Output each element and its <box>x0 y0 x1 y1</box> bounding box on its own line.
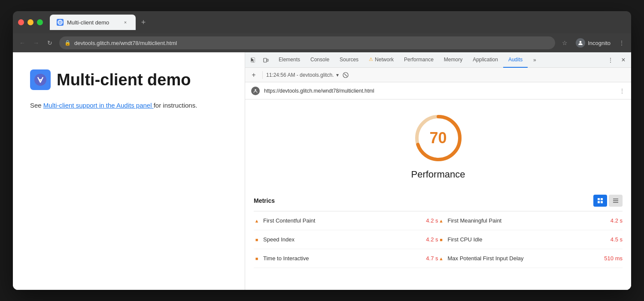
metric-value: 4.2 s <box>426 217 438 224</box>
page-title: Multi-client demo <box>57 71 191 89</box>
tab-elements[interactable]: Elements <box>273 52 305 68</box>
metric-row: Time to Interactive 4.7 s <box>254 249 438 268</box>
metric-row: Max Potential First Input Delay 510 ms <box>438 249 623 268</box>
metrics-header: Metrics <box>254 189 623 211</box>
page-logo <box>30 69 51 90</box>
toolbar-clear-button[interactable] <box>341 71 350 79</box>
tab-network[interactable]: ⚠ Network <box>364 52 399 68</box>
toolbar-divider <box>262 71 263 79</box>
svg-rect-16 <box>601 201 603 203</box>
devtools-action-buttons: ⋮ × <box>605 54 629 66</box>
lock-icon: 🔒 <box>64 40 71 46</box>
metric-name: First CPU Idle <box>448 236 607 243</box>
network-warning-icon: ⚠ <box>369 57 373 62</box>
forward-button[interactable]: → <box>30 37 42 49</box>
maximize-traffic-light[interactable] <box>37 19 43 25</box>
metric-name: Max Potential First Input Delay <box>448 255 601 262</box>
tab-bar: Multi-client demo × + <box>50 15 626 30</box>
page-header: Multi-client demo <box>30 69 228 90</box>
close-traffic-light[interactable] <box>18 19 24 25</box>
tab-memory[interactable]: Memory <box>439 52 468 68</box>
svg-rect-7 <box>267 59 268 61</box>
metric-value: 510 ms <box>604 255 623 262</box>
score-label: Performance <box>411 169 465 180</box>
address-text: devtools.glitch.me/wndt78/multiclient.ht… <box>74 40 550 46</box>
browser-actions: ☆ Incognito ⋮ <box>559 37 628 49</box>
tabs-overflow-button[interactable]: » <box>529 54 541 66</box>
metric-value: 4.2 s <box>611 217 623 224</box>
score-circle: 70 <box>413 112 464 164</box>
metric-icon <box>254 218 260 224</box>
metric-row: First Contentful Paint 4.2 s <box>254 211 438 230</box>
main-content: Multi-client demo See Multi-client suppo… <box>13 52 631 290</box>
browser-window: Multi-client demo × + ← → ↻ 🔒 devtools.g… <box>13 11 631 290</box>
tab-performance[interactable]: Performance <box>399 52 439 68</box>
tab-application[interactable]: Application <box>468 52 503 68</box>
metric-row: First CPU Idle 4.5 s <box>438 230 623 249</box>
devtools-toolbar: + 11:24:56 AM - devtools.glitch. ▾ <box>245 68 631 82</box>
metric-value: 4.5 s <box>611 236 623 243</box>
back-button[interactable]: ← <box>16 37 28 49</box>
metric-name: Speed Index <box>263 236 422 243</box>
tab-console[interactable]: Console <box>305 52 334 68</box>
profile-icon <box>576 38 585 48</box>
list-view-button[interactable] <box>609 195 623 207</box>
browser-more-button[interactable]: ⋮ <box>616 37 628 49</box>
page-link[interactable]: Multi-client support in the Audits panel <box>43 102 154 109</box>
svg-rect-6 <box>264 58 267 62</box>
metric-icon <box>438 237 444 243</box>
audit-url-bar: https://devtools.glitch.me/wndt78/multic… <box>245 82 631 99</box>
toolbar-timestamp: 11:24:56 AM - devtools.glitch. <box>266 72 334 78</box>
metric-name: First Meaningful Paint <box>448 217 607 224</box>
grid-view-button[interactable] <box>593 195 607 207</box>
audit-more-button[interactable]: ⋮ <box>619 87 625 94</box>
metric-icon <box>438 218 444 224</box>
metric-name: First Contentful Paint <box>263 217 422 224</box>
traffic-lights <box>18 19 43 25</box>
score-number: 70 <box>429 129 447 147</box>
metric-icon <box>438 256 444 262</box>
score-area: 70 Performance <box>245 99 631 189</box>
metric-row: Speed Index 4.2 s <box>254 230 438 249</box>
devtools-more-button[interactable]: ⋮ <box>605 54 617 66</box>
tab-audits[interactable]: Audits <box>503 52 528 68</box>
profile-button[interactable]: Incognito <box>572 37 614 49</box>
bookmark-button[interactable]: ☆ <box>559 37 571 49</box>
tab-favicon <box>57 19 64 26</box>
tab-close-button[interactable]: × <box>122 19 129 26</box>
metrics-grid: First Contentful Paint 4.2 s First Meani… <box>254 211 623 268</box>
svg-point-10 <box>255 89 256 90</box>
view-toggle <box>593 195 623 207</box>
metric-value: 4.7 s <box>426 255 438 262</box>
metric-row: First Meaningful Paint 4.2 s <box>438 211 623 230</box>
metrics-section: Metrics <box>245 189 631 290</box>
address-input[interactable]: 🔒 devtools.glitch.me/wndt78/multiclient.… <box>59 36 555 49</box>
minimize-traffic-light[interactable] <box>27 19 33 25</box>
browser-tab[interactable]: Multi-client demo × <box>50 15 136 30</box>
metric-icon <box>254 256 260 262</box>
toolbar-add-button[interactable]: + <box>249 70 259 80</box>
tab-title: Multi-client demo <box>67 19 109 26</box>
cursor-tool-button[interactable] <box>247 54 259 66</box>
svg-point-3 <box>580 41 582 43</box>
metric-icon <box>254 237 260 243</box>
refresh-button[interactable]: ↻ <box>44 37 56 49</box>
devtools-panel: Elements Console Sources ⚠ Network Perfo… <box>245 52 631 290</box>
page-area: Multi-client demo See Multi-client suppo… <box>13 52 245 290</box>
devtools-tabs: Elements Console Sources ⚠ Network Perfo… <box>245 52 631 68</box>
tab-sources[interactable]: Sources <box>334 52 364 68</box>
metrics-title: Metrics <box>254 197 593 204</box>
audit-favicon <box>251 87 260 95</box>
toolbar-dropdown[interactable]: ▾ <box>336 72 339 78</box>
device-tool-button[interactable] <box>260 54 272 66</box>
metric-value: 4.2 s <box>426 236 438 243</box>
title-bar: Multi-client demo × + <box>13 11 631 33</box>
svg-line-9 <box>344 74 347 76</box>
page-description: See Multi-client support in the Audits p… <box>30 100 228 111</box>
devtools-controls <box>247 54 272 66</box>
audit-url-text: https://devtools.glitch.me/wndt78/multic… <box>264 88 615 94</box>
svg-rect-13 <box>598 198 600 200</box>
address-bar: ← → ↻ 🔒 devtools.glitch.me/wndt78/multic… <box>13 33 631 52</box>
new-tab-button[interactable]: + <box>137 16 149 28</box>
devtools-close-button[interactable]: × <box>617 54 629 66</box>
